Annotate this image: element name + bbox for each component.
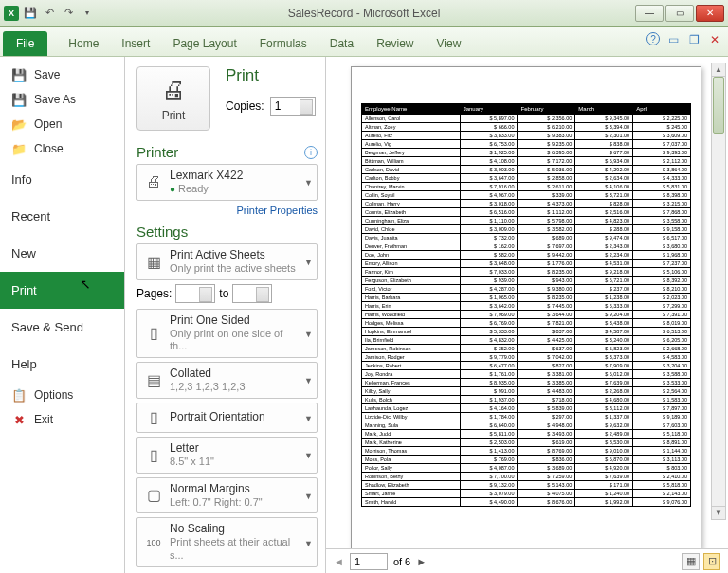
tab-insert[interactable]: Insert (110, 31, 161, 56)
nav-label: Options (34, 388, 73, 402)
chevron-down-icon: ▼ (304, 330, 313, 339)
nav-options[interactable]: 📋Options (0, 383, 124, 407)
chevron-down-icon: ▼ (304, 178, 313, 188)
nav-label: Save (34, 68, 60, 81)
scroll-thumb[interactable] (713, 77, 724, 134)
print-preview-panel: Employee NameJanuaryFebruaryMarchAprilAl… (326, 57, 728, 573)
minimize-button[interactable]: — (635, 5, 664, 22)
printer-heading: Printer i (136, 144, 318, 160)
next-page-button[interactable]: ► (416, 556, 427, 567)
info-icon[interactable]: i (304, 146, 318, 159)
tab-file[interactable]: File (3, 31, 47, 56)
nav-new[interactable]: New (0, 235, 124, 272)
tab-view[interactable]: View (426, 31, 473, 56)
dd-title: Portrait Orientation (170, 410, 265, 424)
preview-footer: ◄ 1 of 6 ► ▦ ⊡ (326, 548, 728, 573)
nav-exit[interactable]: ✖Exit (0, 407, 124, 432)
preview-page: Employee NameJanuaryFebruaryMarchAprilAl… (351, 66, 701, 548)
excel-icon: X (4, 6, 19, 21)
page-number-input[interactable]: 1 (350, 553, 388, 570)
nav-save-send[interactable]: Save & Send (0, 309, 124, 346)
nav-help[interactable]: Help (0, 346, 124, 383)
print-button-label: Print (162, 109, 186, 122)
nav-label: Save As (34, 93, 76, 106)
tab-formulas[interactable]: Formulas (248, 31, 318, 56)
undo-icon[interactable]: ↶ (42, 6, 57, 21)
nav-close[interactable]: 📁Close (0, 136, 124, 161)
printer-properties-link[interactable]: Printer Properties (136, 205, 318, 216)
printer-status: Ready (178, 183, 209, 196)
close-button[interactable]: ✕ (696, 5, 724, 22)
chevron-down-icon: ▼ (304, 451, 313, 460)
nav-save-as[interactable]: 💾Save As (0, 87, 124, 112)
collate-dropdown[interactable]: ▤ Collated1,2,3 1,2,3 1,2,3 ▼ (136, 362, 318, 399)
paper-dropdown[interactable]: ▯ Letter8.5" x 11" ▼ (136, 437, 318, 474)
print-heading: Print (226, 66, 316, 85)
pages-to-spinner[interactable] (232, 284, 272, 303)
save-icon[interactable]: 💾 (23, 6, 38, 21)
scaling-dropdown[interactable]: 100 No ScalingPrint sheets at their actu… (136, 517, 318, 567)
minimize-ribbon-icon[interactable]: ▭ (665, 32, 681, 47)
window-controls: — ▭ ✕ (633, 5, 724, 22)
nav-label: Exit (34, 413, 53, 426)
prev-page-button[interactable]: ◄ (334, 556, 344, 567)
printer-dropdown[interactable]: 🖨 Lexmark X422●Ready ▼ (136, 164, 318, 201)
page-icon: ▯ (143, 323, 164, 344)
tab-data[interactable]: Data (318, 31, 365, 56)
collate-icon: ▤ (143, 369, 164, 390)
ready-check-icon: ● (170, 184, 175, 196)
orientation-icon: ▯ (143, 407, 164, 428)
redo-icon[interactable]: ↷ (61, 6, 76, 21)
nav-recent[interactable]: Recent (0, 198, 124, 235)
preview-scrollbar[interactable]: ▲ ▼ (711, 63, 726, 520)
qat-dropdown-icon[interactable]: ▾ (80, 6, 95, 21)
page-number-value: 1 (355, 556, 360, 567)
pages-to-label: to (219, 287, 228, 300)
save-as-icon: 💾 (11, 92, 27, 107)
copies-spinner[interactable]: 1 (270, 97, 316, 116)
dd-title: Letter (170, 441, 214, 456)
dd-sub: Only print on one side of th... (170, 328, 300, 354)
pages-label: Pages: (136, 287, 172, 300)
printer-icon: 🖨 (161, 76, 186, 105)
help-icon[interactable]: ? (646, 32, 660, 45)
scroll-up-icon[interactable]: ▲ (712, 63, 725, 77)
print-button[interactable]: 🖨 Print (136, 66, 210, 131)
print-settings-panel: 🖨 Print Print Copies: 1 Printer i 🖨 Lexm… (125, 57, 326, 573)
tab-home[interactable]: Home (57, 31, 110, 56)
printer-name: Lexmark X422 (170, 169, 243, 183)
tab-review[interactable]: Review (365, 31, 425, 56)
tab-page-layout[interactable]: Page Layout (161, 31, 247, 56)
sides-dropdown[interactable]: ▯ Print One SidedOnly print on one side … (136, 309, 318, 359)
sheets-icon: ▦ (143, 251, 164, 272)
dd-title: Collated (170, 367, 246, 381)
dd-title: No Scaling (170, 522, 300, 536)
nav-label: Close (34, 142, 64, 155)
margins-dropdown[interactable]: ▢ Normal MarginsLeft: 0.7" Right: 0.7" ▼ (136, 477, 318, 514)
nav-info[interactable]: Info (0, 161, 124, 198)
copies-label: Copies: (226, 99, 264, 113)
pages-from-spinner[interactable] (175, 284, 215, 303)
title-bar: X 💾 ↶ ↷ ▾ SalesRecord - Microsoft Excel … (0, 0, 728, 27)
show-margins-button[interactable]: ▦ (682, 553, 700, 570)
close-workbook-icon[interactable]: ✕ (707, 32, 722, 47)
restore-window-icon[interactable]: ❐ (686, 32, 701, 47)
zoom-to-page-button[interactable]: ⊡ (703, 553, 720, 570)
nav-save[interactable]: 💾Save (0, 63, 124, 87)
printer-device-icon: 🖨 (143, 171, 164, 192)
print-what-dropdown[interactable]: ▦ Print Active SheetsOnly print the acti… (136, 243, 318, 280)
nav-print[interactable]: Print (0, 272, 124, 309)
dd-sub: Print sheets at their actual s... (170, 536, 300, 563)
dd-sub: Only print the active sheets (170, 262, 296, 276)
chevron-down-icon: ▼ (304, 539, 313, 548)
printer-heading-label: Printer (136, 144, 178, 160)
copies-value: 1 (275, 99, 282, 113)
open-icon: 📂 (11, 116, 27, 132)
nav-label: Open (34, 117, 62, 131)
nav-open[interactable]: 📂Open (0, 112, 124, 136)
maximize-button[interactable]: ▭ (665, 5, 694, 22)
dd-sub: Left: 0.7" Right: 0.7" (170, 496, 263, 510)
orientation-dropdown[interactable]: ▯ Portrait Orientation ▼ (136, 403, 318, 433)
scroll-down-icon[interactable]: ▼ (712, 506, 725, 519)
chevron-down-icon: ▼ (304, 258, 313, 267)
